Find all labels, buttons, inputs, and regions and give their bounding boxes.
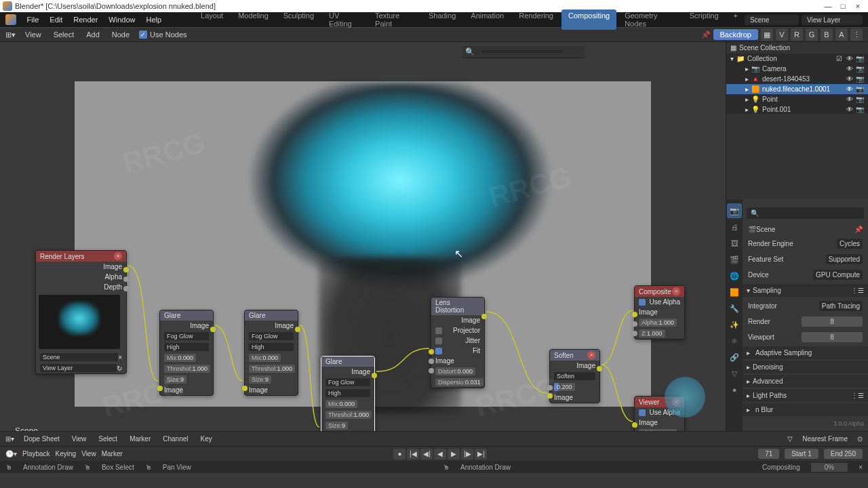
menu-file[interactable]: File (22, 14, 45, 26)
device-select[interactable]: GPU Compute (813, 270, 863, 280)
close-icon[interactable]: × (672, 287, 680, 296)
scene-select[interactable]: Scene (40, 353, 118, 361)
toolbar-view[interactable]: View (22, 29, 44, 40)
menu-edit[interactable]: Edit (44, 14, 68, 26)
fac-slider[interactable]: 0.200 (554, 383, 575, 391)
outliner-panel[interactable]: ▦Scene Collection ▾📁Collection☑👁📷 ▸📷Came… (726, 42, 868, 114)
integrator-select[interactable]: Path Tracing (819, 301, 863, 311)
window-maximize[interactable]: □ (835, 2, 850, 10)
socket-image-out[interactable]: Image (103, 263, 122, 270)
pin-icon[interactable]: 📌 (701, 30, 711, 39)
clock-icon[interactable]: 🕐▾ (5, 450, 17, 458)
point001-row[interactable]: Point.001 (762, 106, 791, 113)
mix-value[interactable]: Mix:0.000 (164, 354, 196, 362)
channel-g-icon[interactable]: G (806, 28, 818, 41)
editor-type-icon[interactable]: ⊞▾ (5, 435, 14, 443)
tab-modeling[interactable]: Modeling (231, 9, 275, 30)
size-value[interactable]: Size:9 (249, 375, 271, 384)
channel-b-icon[interactable]: B (821, 28, 833, 41)
denoising-header[interactable]: ▸Denoising (743, 361, 868, 373)
socket-depth-out[interactable]: Depth (104, 283, 122, 291)
scene-name[interactable]: Scene (756, 226, 775, 233)
scene-dropdown[interactable]: Scene (745, 15, 799, 25)
options-icon[interactable]: ⋮ (850, 28, 863, 41)
blender-logo-icon[interactable] (5, 14, 16, 25)
socket-image-in[interactable]: Image (435, 357, 454, 365)
threshold-value[interactable]: Threshol:1.000 (326, 411, 372, 419)
compositor-node-area[interactable]: 🔍 ↖ Render Layers× Image Alpha Depth Sce… (0, 42, 726, 431)
timeline-marker[interactable]: Marker (127, 434, 153, 444)
tab-geonodes[interactable]: Geometry Nodes (618, 9, 682, 30)
tab-add[interactable]: + (727, 9, 745, 30)
current-frame-value[interactable]: 71 (758, 449, 779, 459)
filter-type-select[interactable]: Soften (554, 372, 595, 380)
glare-quality-select[interactable]: High (249, 343, 294, 351)
socket-image-in[interactable]: Image (639, 308, 658, 316)
tab-shading[interactable]: Shading (422, 9, 462, 30)
mix-value[interactable]: Mix:0.000 (326, 400, 357, 408)
snap-select[interactable]: Nearest Frame (800, 434, 850, 444)
prop-tab-scene-icon[interactable]: 🎬 (727, 252, 742, 267)
light-paths-header[interactable]: ▸Light Paths⋮☰ (743, 389, 868, 402)
node-render-layers[interactable]: Render Layers× Image Alpha Depth Scene× … (35, 250, 127, 374)
node-glare-2[interactable]: Glare Image Fog Glow High Mix:0.000 Thre… (244, 310, 298, 396)
motion-blur-header[interactable]: ▸n Blur (743, 403, 868, 416)
distort-value[interactable]: Distort:0.000 (435, 367, 475, 375)
prop-tab-particles-icon[interactable]: ✨ (727, 317, 742, 332)
window-minimize[interactable]: — (821, 2, 835, 10)
start-frame[interactable]: Start 1 (785, 449, 818, 459)
nuked-row[interactable]: nuked.filecache1.0001 (762, 85, 830, 93)
proportional-icon[interactable]: ⊙ (857, 435, 863, 443)
socket-image-out[interactable]: Image (190, 322, 209, 329)
tab-animation[interactable]: Animation (464, 9, 511, 30)
playback-menu[interactable]: Playback (22, 450, 50, 458)
socket-image-in[interactable]: Image (554, 394, 573, 401)
glare-type-select[interactable]: Fog Glow (249, 332, 294, 340)
channel-v-icon[interactable]: V (776, 28, 788, 41)
timeline-view[interactable]: View (69, 434, 90, 444)
render-engine-select[interactable]: Cycles (837, 239, 863, 249)
socket-image-out[interactable]: Image (275, 322, 294, 329)
collection-row[interactable]: Collection (747, 55, 777, 62)
alpha-value[interactable]: Alpha:1.000 (639, 319, 677, 327)
sampling-header[interactable]: ▾Sampling⋮☰ (743, 284, 868, 297)
advanced-header[interactable]: ▸Advanced (743, 375, 868, 388)
glare-quality-select[interactable]: High (326, 389, 370, 397)
jump-start-icon[interactable]: |◀ (407, 449, 419, 460)
tab-sculpting[interactable]: Sculpting (277, 9, 321, 30)
prop-tab-constraints-icon[interactable]: 🔗 (727, 350, 742, 365)
node-composite[interactable]: Composite× Use Alpha Image Alpha:1.000 Z… (634, 285, 685, 340)
play-icon[interactable]: ▶ (448, 449, 460, 460)
playback-marker[interactable]: Marker (102, 450, 123, 458)
render-samples-value[interactable]: 8 (802, 317, 863, 327)
end-frame[interactable]: End 250 (824, 449, 863, 459)
prop-tab-output-icon[interactable]: 🖨 (727, 220, 742, 235)
backdrop-button[interactable]: Backdrop (713, 29, 758, 40)
autokey-icon[interactable]: ● (393, 449, 406, 460)
toolbar-select[interactable]: Select (51, 29, 77, 40)
threshold-value[interactable]: Threshol:1.000 (164, 365, 210, 373)
socket-image-in[interactable]: Image (249, 386, 268, 394)
node-soften[interactable]: Soften× Image Soften 0.200 Image (549, 349, 600, 403)
viewport-samples-value[interactable]: 8 (802, 332, 863, 342)
fit-checkbox[interactable] (435, 348, 442, 354)
socket-alpha-out[interactable]: Alpha (104, 273, 122, 281)
tab-rendering[interactable]: Rendering (512, 9, 560, 30)
prop-tab-world-icon[interactable]: 🌐 (727, 268, 742, 283)
keying-menu[interactable]: Keying (56, 450, 77, 458)
glare-type-select[interactable]: Fog Glow (164, 332, 209, 340)
prop-tab-modifier-icon[interactable]: 🔧 (727, 301, 742, 316)
dispersion-value[interactable]: Dispersio:0.031 (435, 378, 484, 386)
node-search-input[interactable] (481, 50, 563, 53)
timeline-key[interactable]: Key (198, 434, 215, 444)
z-value[interactable]: Z:1.000 (639, 329, 665, 338)
projector-checkbox[interactable] (435, 327, 442, 334)
use-alpha-checkbox[interactable] (639, 299, 646, 306)
socket-image-out[interactable]: Image (576, 362, 595, 369)
prop-tab-data-icon[interactable]: ▽ (727, 366, 742, 381)
jitter-checkbox[interactable] (435, 338, 442, 344)
filter-icon[interactable]: ▽ (787, 435, 793, 443)
socket-image-out[interactable]: Image (351, 368, 370, 375)
use-nodes-checkbox[interactable]: ✓ Use Nodes (139, 30, 186, 39)
prop-tab-viewlayer-icon[interactable]: 🖼 (727, 236, 742, 251)
